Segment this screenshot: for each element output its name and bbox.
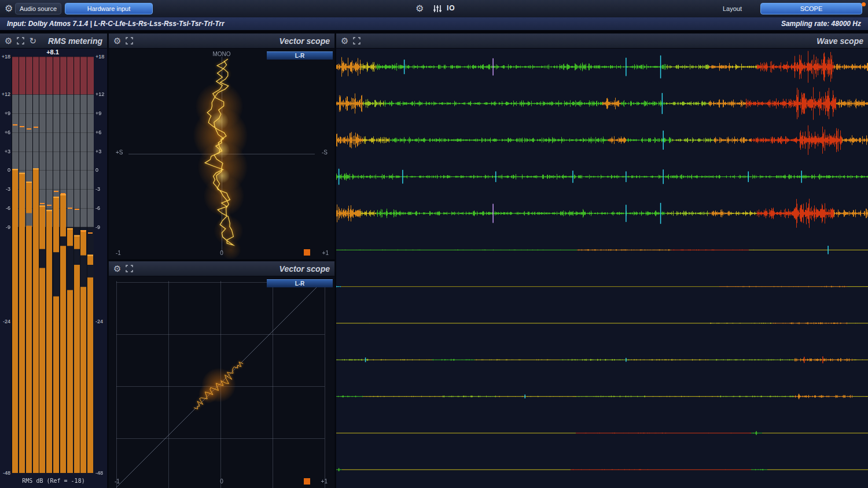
panel-gear-icon[interactable]: ⚙ bbox=[113, 264, 121, 273]
fullscreen-icon[interactable] bbox=[353, 37, 361, 45]
channel-pair-selector[interactable]: L-R bbox=[267, 279, 333, 287]
vector-scope-panel-bottom: ⚙ Vector scope -1 0 +1 L-R bbox=[109, 261, 334, 488]
panel-title: Wave scope bbox=[816, 36, 863, 46]
mixer-sliders-icon[interactable] bbox=[433, 5, 442, 13]
fullscreen-icon[interactable] bbox=[126, 265, 133, 272]
rms-scale-tick-right: +9 bbox=[95, 110, 107, 116]
panel-gear-icon[interactable]: ⚙ bbox=[113, 36, 121, 45]
rms-meter-bars bbox=[12, 57, 94, 473]
minus-s-axis-label: -S bbox=[322, 149, 328, 156]
vector-scope-display bbox=[109, 276, 334, 488]
vector-scope-header: ⚙ Vector scope bbox=[109, 261, 334, 276]
rms-scale-tick-right: +6 bbox=[95, 130, 107, 135]
x-axis-max-label: +1 bbox=[322, 250, 329, 256]
rms-scale-tick-right: 0 bbox=[95, 167, 107, 173]
reset-refresh-icon[interactable]: ↻ bbox=[29, 36, 36, 45]
status-dot bbox=[862, 2, 866, 6]
x-axis-min-label: -1 bbox=[115, 478, 120, 485]
rms-scale-tick-left: +6 bbox=[1, 130, 10, 135]
panel-title: Vector scope bbox=[279, 36, 330, 46]
vector-scope-body: -1 0 +1 L-R bbox=[109, 276, 334, 488]
x-axis-max-label: +1 bbox=[321, 478, 328, 485]
wave-scope-body bbox=[336, 49, 868, 488]
rms-scale-tick-left: -3 bbox=[1, 186, 10, 192]
rms-scale-tick-right: +3 bbox=[95, 149, 107, 154]
level-indicator-square bbox=[304, 249, 310, 256]
rms-panel-header: ⚙ ↻ RMS metering bbox=[0, 34, 107, 49]
info-bar: Input: Dolby Atmos 7.1.4 | L-R-C-Lfe-Ls-… bbox=[0, 17, 868, 30]
x-axis-zero-label: 0 bbox=[220, 478, 223, 485]
panel-gear-icon[interactable]: ⚙ bbox=[341, 36, 348, 45]
sampling-rate-label: Sampling rate: 48000 Hz bbox=[781, 20, 861, 28]
rms-scale-tick-left: +9 bbox=[1, 110, 10, 116]
rms-scale-tick-right: +12 bbox=[95, 91, 107, 97]
rms-scale-tick-left: 0 bbox=[1, 167, 10, 173]
rms-scale-tick-left: -9 bbox=[1, 224, 10, 230]
analyzer-app-window: ⚙ Audio source Hardware input ⚙ IO Layou… bbox=[0, 0, 868, 488]
x-axis-min-label: -1 bbox=[116, 250, 121, 256]
rms-scale-tick-right: -24 bbox=[95, 319, 107, 324]
x-axis-zero-label: 0 bbox=[220, 250, 223, 256]
panel-gear-icon[interactable]: ⚙ bbox=[5, 36, 12, 45]
audio-source-button[interactable]: Audio source bbox=[15, 3, 61, 14]
rms-scale-tick-right: +18 bbox=[95, 54, 107, 60]
top-toolbar: ⚙ Audio source Hardware input ⚙ IO Layou… bbox=[0, 0, 868, 17]
rms-scale-tick-left: -6 bbox=[1, 205, 10, 211]
rms-unit-label: RMS dB (Ref = -18) bbox=[0, 478, 107, 484]
level-indicator-square bbox=[304, 478, 310, 485]
vector-scope-body: MONO +S -S -1 0 +1 L-R bbox=[109, 49, 334, 259]
rms-scale-tick-right: -3 bbox=[95, 186, 107, 192]
fullscreen-icon[interactable] bbox=[126, 37, 133, 45]
preferences-gear-icon[interactable]: ⚙ bbox=[415, 0, 424, 17]
rms-metering-panel: ⚙ ↻ RMS metering +8.1 +18+18+12+12+9+9+6… bbox=[0, 34, 107, 488]
rms-scale-tick-right: -9 bbox=[95, 224, 107, 230]
rms-scale-tick-left: +3 bbox=[1, 149, 10, 154]
rms-scale-tick-left: -48 bbox=[1, 470, 10, 476]
vector-scope-header: ⚙ Vector scope bbox=[109, 34, 334, 49]
rms-scale-tick-right: -48 bbox=[95, 470, 107, 476]
rms-panel-body: +8.1 +18+18+12+12+9+9+6+6+3+300-3-3-6-6-… bbox=[0, 49, 107, 488]
rms-scale-tick-left: -24 bbox=[1, 319, 10, 324]
rms-scale-tick-right: -6 bbox=[95, 205, 107, 211]
layout-button[interactable]: Layout bbox=[723, 0, 742, 17]
fullscreen-icon[interactable] bbox=[17, 37, 24, 45]
plus-s-axis-label: +S bbox=[116, 149, 123, 156]
vector-scope-display bbox=[109, 49, 334, 259]
rms-scale-tick-left: +12 bbox=[1, 91, 10, 97]
input-format-label: Input: Dolby Atmos 7.1.4 | L-R-C-Lfe-Ls-… bbox=[7, 20, 225, 28]
wave-scope-panel: ⚙ Wave scope bbox=[336, 34, 868, 488]
channel-pair-selector[interactable]: L-R bbox=[267, 51, 333, 60]
scope-button[interactable]: SCOPE bbox=[760, 3, 862, 14]
panel-title: RMS metering bbox=[48, 36, 102, 46]
vector-scope-panel-top: ⚙ Vector scope MONO +S -S -1 0 +1 L-R bbox=[109, 34, 334, 259]
hardware-input-button[interactable]: Hardware input bbox=[65, 3, 153, 14]
panel-title: Vector scope bbox=[279, 264, 330, 273]
io-routing-icon[interactable]: IO bbox=[447, 4, 455, 12]
mono-axis-label: MONO bbox=[212, 51, 230, 57]
settings-gear-icon[interactable]: ⚙ bbox=[5, 0, 13, 17]
rms-scale-tick-left: +18 bbox=[1, 54, 10, 60]
wave-scope-header: ⚙ Wave scope bbox=[336, 34, 868, 49]
rms-peak-readout: +8.1 bbox=[12, 49, 94, 56]
wave-scope-display bbox=[336, 49, 868, 488]
